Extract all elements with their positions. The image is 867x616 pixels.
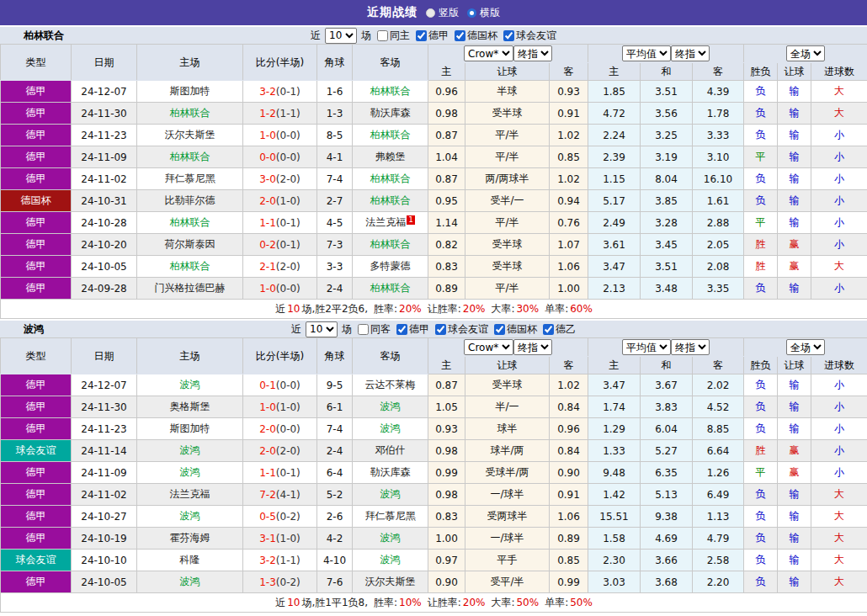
halftime-score: (0-1) [276,217,301,229]
avg-away-odds: 4.39 [693,81,744,103]
average-select[interactable]: 平均值 [622,339,671,355]
league-filter-checkbox[interactable]: 德甲 [396,322,429,337]
column-header: 主 [588,357,641,374]
column-header: 进球数 [811,357,867,374]
away-team: 勒沃库森 [353,462,428,484]
scope-select[interactable]: 全场 [786,45,825,61]
league-badge: 德国杯 [1,190,72,212]
score: 3-0(2-0) [243,168,317,190]
column-header: 客 [550,63,588,81]
match-outcome: 负 [744,190,778,212]
league-badge: 德甲 [1,396,72,418]
same-venue-checkbox[interactable]: 同客 [358,322,391,337]
avg-home-odds: 1.74 [588,396,641,418]
corner-score: 1-6 [317,81,353,103]
scope-select[interactable]: 全场 [786,339,825,355]
match-outcome: 负 [744,484,778,506]
avg-draw-odds: 3.56 [641,103,693,125]
goals-outcome: 大 [811,550,867,571]
checkbox-input[interactable] [416,30,427,41]
fulltime-score: 1-3 [259,576,276,588]
away-team: 波鸿 [353,418,428,440]
goals-outcome: 小 [811,212,867,234]
halftime-score: (0-0) [276,130,301,141]
checkbox-input[interactable] [503,30,514,41]
goals-outcome: 大 [811,81,867,103]
handicap-outcome: 输 [778,484,811,506]
score: 1-1(0-1) [243,212,317,234]
home-team: 波鸿 [137,506,243,528]
filter-controls: 近10场同主德甲德国杯球会友谊 [311,28,556,44]
league-filter-checkbox[interactable]: 德乙 [543,322,576,337]
avg-draw-odds: 3.51 [641,81,693,103]
match-date: 24-09-28 [72,278,137,300]
handicap-line: 半/一 [465,396,550,418]
checkbox-input[interactable] [435,324,446,335]
home-odds: 0.89 [428,278,465,300]
column-header: 日期 [72,338,137,374]
odds-company-select[interactable]: Crow* [464,45,513,61]
match-row: 德甲24-12-07波鸿0-1(0-0)9-5云达不莱梅0.87受半球1.023… [1,374,867,396]
column-header: 和 [641,63,693,81]
average-final-select[interactable]: 终指 [671,339,710,355]
league-filter-checkbox[interactable]: 德甲 [416,29,449,43]
handicap-line: 平/半 [465,212,550,234]
halftime-score: (0-2) [276,576,301,588]
handicap-outcome: 输 [778,571,811,593]
layout-horizontal-radio[interactable]: 横版 [467,6,500,20]
home-odds: 0.93 [428,418,465,440]
header-dropdown-group: Crow*终指 [428,338,588,357]
avg-away-odds: 4.52 [693,396,744,418]
avg-draw-odds: 5.13 [641,484,693,506]
home-odds: 0.82 [428,234,465,256]
goals-outcome: 小 [811,374,867,396]
same-venue-checkbox[interactable]: 同主 [377,29,410,43]
match-row: 德甲24-11-30奥格斯堡1-0(1-0)6-1波鸿1.05半/一0.841.… [1,396,867,418]
games-count-select[interactable]: 10 [325,28,357,44]
corner-score: 6-1 [317,396,353,418]
average-select[interactable]: 平均值 [622,45,671,61]
checkbox-input[interactable] [377,30,388,41]
league-filter-checkbox[interactable]: 球会友谊 [503,29,556,43]
handicap-outcome: 赢 [778,440,811,462]
match-date: 24-10-10 [72,550,137,571]
average-final-select[interactable]: 终指 [671,45,710,61]
checkbox-input[interactable] [358,324,369,335]
league-filter-checkbox[interactable]: 德国杯 [455,29,497,43]
away-team: 法兰克福1 [353,212,428,234]
home-odds: 0.83 [428,506,465,528]
avg-draw-odds: 3.67 [641,374,693,396]
avg-away-odds: 3.35 [693,278,744,300]
avg-draw-odds: 3.25 [641,125,693,146]
corner-score: 4-1 [317,146,353,168]
league-badge: 球会友谊 [1,550,72,571]
avg-away-odds: 6.49 [693,484,744,506]
avg-away-odds: 4.79 [693,528,744,550]
checkbox-input[interactable] [543,324,554,335]
checkbox-input[interactable] [455,30,465,41]
away-odds: 0.93 [550,81,588,103]
odds-final-select[interactable]: 终指 [513,339,552,355]
goals-outcome: 大 [811,256,867,278]
avg-draw-odds: 3.83 [641,396,693,418]
odds-company-select[interactable]: Crow* [464,339,513,355]
league-filter-checkbox[interactable]: 球会友谊 [435,322,488,337]
away-team: 云达不莱梅 [353,374,428,396]
score: 2-0(1-0) [243,190,317,212]
league-filter-checkbox[interactable]: 德国杯 [494,322,537,337]
score: 1-0(0-0) [243,278,317,300]
avg-draw-odds: 3.19 [641,146,693,168]
checkbox-input[interactable] [396,324,407,335]
corner-score: 8-5 [317,125,353,146]
avg-draw-odds: 4.69 [641,528,693,550]
checkbox-input[interactable] [494,324,505,335]
halftime-score: (1-0) [276,533,301,544]
league-badge: 德甲 [1,506,72,528]
odds-final-select[interactable]: 终指 [513,45,552,61]
layout-vertical-radio[interactable]: 竖版 [426,6,459,20]
away-team: 柏林联合 [353,168,428,190]
matches-table: 类型日期主场比分(半场)角球客场Crow*终指平均值终指全场主让球客主和客胜负让… [0,44,867,319]
avg-away-odds: 6.64 [693,440,744,462]
handicap-line: 受半球 [465,256,550,278]
games-count-select[interactable]: 10 [306,321,338,337]
